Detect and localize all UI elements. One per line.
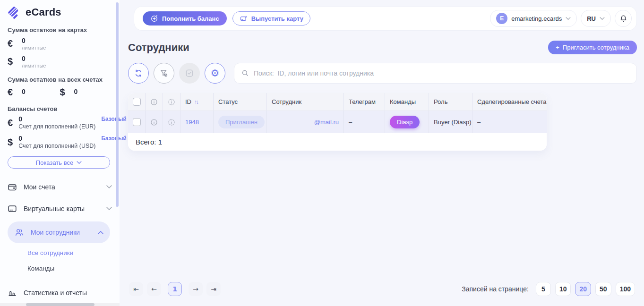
prev-page-icon: ← [151,285,157,293]
avatar: E [496,13,507,24]
per-page-option-10[interactable]: 10 [555,282,571,296]
brand-name: eCards [26,6,61,18]
logo[interactable]: eCards [0,0,120,20]
nav-label: Статистика и отчеты [24,289,112,297]
plus-icon: + [556,44,559,51]
chevron-down-icon [77,161,82,164]
cell-role: Buyer (Diasp) [429,111,472,133]
accounts-sum-usd: 0 [74,88,78,95]
issue-card-button[interactable]: Выпустить карту [232,11,310,26]
total-count: Всего: 1 [136,138,162,146]
sort-icon[interactable]: ↑↓ [194,99,198,105]
topbar: Пополнить баланс Выпустить карту E emark… [134,6,637,31]
employee-email-link[interactable]: @mail.ru [314,119,339,126]
employee-id-link[interactable]: 1948 [185,119,199,126]
account-name: emarketing.ecards [511,15,562,22]
table-header-row: ID ↑↓ Статус Сотрудник Телеграм Команды … [128,93,547,111]
header-info-cell [146,93,163,110]
language-selector[interactable]: RU [581,10,611,27]
check-square-icon [185,68,194,78]
sidebar: eCards Сумма остатков на картах € 0 лими… [0,0,120,306]
dollar-symbol: $ [60,87,69,98]
next-page-icon: → [193,285,198,293]
table-settings-button[interactable]: ⚙ [205,63,225,84]
filter-clear-button[interactable] [154,63,174,84]
invite-employee-button[interactable]: + Пригласить сотрудника [548,41,637,54]
chevron-down-icon [600,17,605,20]
account-usd-badge: Базовый [101,135,126,149]
language-label: RU [587,15,596,22]
horizontal-scrollbar-thumb[interactable] [26,303,94,306]
sidebar-item-my-employees[interactable]: Мои сотрудники [8,221,110,243]
wallet-icon [7,182,17,192]
per-page-option-20[interactable]: 20 [575,282,591,296]
bulk-select-button [179,63,200,84]
table-footer: Всего: 1 [128,133,547,151]
account-menu[interactable]: E emarketing.ecards [490,10,577,27]
team-badge[interactable]: Diasp [390,116,420,128]
sidebar-subitem-teams[interactable]: Команды [0,261,120,276]
per-page-option-50[interactable]: 50 [595,282,611,296]
next-page-button[interactable]: → [189,282,203,296]
card-balance-usd-value: 0 [22,55,26,62]
account-eur-badge: Базовый [101,116,126,130]
column-header-role: Роль [429,93,472,110]
chevron-down-icon [566,17,571,20]
main-content: Пополнить баланс Выпустить карту E emark… [120,0,644,296]
accounts-sum-heading: Сумма остатков на всех счетах [0,76,120,83]
filter-off-icon [159,68,169,78]
search-input[interactable] [254,69,630,77]
cell-teams: Diasp [385,111,429,133]
nav-label: Мои сотрудники [31,229,92,236]
prev-page-button[interactable]: ← [147,282,161,296]
title-row: Сотрудники + Пригласить сотрудника [128,41,637,54]
account-usd: $ 0 Счет для пополнений (USD) Базовый [0,132,120,151]
card-balance-eur: € 0 лимитные [0,34,120,51]
account-usd-desc: Счет для пополнений (USD) [18,143,95,149]
column-header-employee: Сотрудник [267,93,344,110]
per-page-option-100[interactable]: 100 [616,282,635,296]
chevron-down-icon [106,207,112,211]
horizontal-scrollbar[interactable] [0,303,120,306]
info-icon[interactable] [150,118,158,127]
toolbar: ⚙ [128,63,637,84]
per-page-option-5[interactable]: 5 [536,282,551,296]
column-header-id[interactable]: ID ↑↓ [180,93,214,110]
notifications-button[interactable] [615,10,632,27]
status-badge: Приглашен [218,116,265,128]
account-usd-value: 0 [18,135,95,142]
employees-table: ID ↑↓ Статус Сотрудник Телеграм Команды … [128,93,547,151]
cell-delegated: – [472,111,547,133]
page-title: Сотрудники [128,42,189,54]
cell-telegram: – [344,111,385,133]
issue-card-label: Выпустить карту [251,15,303,22]
cell-status: Приглашен [214,111,267,133]
refresh-button[interactable] [128,63,149,84]
account-eur-value: 0 [18,116,95,123]
sidebar-item-my-accounts[interactable]: Мои счета [0,176,120,198]
row-checkbox[interactable] [133,118,141,126]
current-page-button[interactable]: 1 [168,282,182,296]
cards-balance-heading: Сумма остатков на картах [0,26,120,34]
card-balance-usd-note: лимитные [22,63,46,68]
sidebar-item-virtual-cards[interactable]: Виртуальные карты [0,198,120,220]
people-icon [14,227,25,238]
info-dashed-icon[interactable] [167,118,176,127]
select-all-checkbox[interactable] [133,98,141,106]
gear-icon: ⚙ [211,68,220,78]
pager: ⇤ ← 1 → ⇥ [129,282,221,296]
sidebar-scrollbar-thumb[interactable] [116,2,119,207]
sidebar-subitem-all-employees[interactable]: Все сотрудники [0,245,120,261]
column-header-telegram: Телеграм [344,93,385,110]
euro-symbol: € [8,118,13,130]
table-row[interactable]: 1948 Приглашен @mail.ru – Diasp Buyer (D… [128,111,547,133]
show-all-button[interactable]: Показать все [8,156,110,169]
row-info-dashed-cell [163,111,180,133]
first-page-button[interactable]: ⇤ [129,282,143,296]
sidebar-item-statistics[interactable]: Статистика и отчеты [0,282,120,304]
topup-balance-button[interactable]: Пополнить баланс [143,11,227,26]
last-page-button[interactable]: ⇥ [206,282,221,296]
search-field[interactable] [234,63,637,84]
column-header-delegated: Сделегированные счета [472,93,547,110]
chevron-down-icon [106,185,112,189]
